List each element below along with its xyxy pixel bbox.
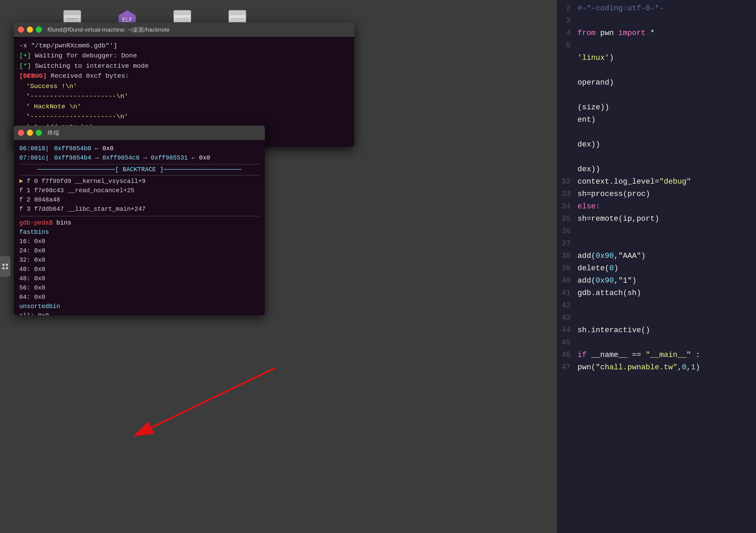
svg-rect-19: [6, 264, 8, 266]
terminal-title-lower: 终端: [47, 129, 59, 137]
code-line-47: 47 pwn("chall.pwnable.tw",0,1): [557, 362, 756, 375]
code-line-2: 2 #-*-coding:utf-8-*-: [557, 3, 756, 16]
term-line-8: '----------------------\n': [19, 112, 349, 122]
term-line-3: [*] Switching to interactive mode: [19, 61, 349, 71]
bins-56: 56: 0x0: [19, 283, 259, 293]
code-line-46: 46 if __name__ == "__main__" :: [557, 350, 756, 362]
svg-rect-21: [6, 267, 8, 269]
terminal-title-upper: f0und@f0und-virtual-machine: ~/桌面/hackno…: [47, 26, 170, 34]
code-line-44: 44 sh.interactive(): [557, 325, 756, 338]
bins-32: 32: 0x0: [19, 255, 259, 265]
desktop: core ELF hacknote: [0, 0, 756, 533]
code-line-partial7: [557, 127, 756, 140]
bt-frame-1: f 1 f7e98c43 __read_nocancel+25: [19, 186, 259, 195]
unsortedbin-header: unsortedbin: [19, 302, 259, 311]
code-line-partial4: [557, 90, 756, 102]
bins-24: 24: 0x0: [19, 246, 259, 255]
code-line-partial2: [557, 65, 756, 78]
bins-fastbins-header: fastbins: [19, 228, 259, 237]
bt-frame-0: ► f 0 f7f99fd9 __kernel_vsyscall+9: [19, 177, 259, 186]
svg-rect-8: [174, 10, 191, 15]
code-line-43: 43: [557, 313, 756, 325]
code-line-partial6: ent): [557, 115, 756, 127]
terminal-window-lower: 终端 06:0018| 0xff9854b0 ← 0x0 07:001c| 0x…: [14, 126, 265, 315]
term-line-7: ' HackNote \n': [19, 102, 349, 112]
minimize-button-upper[interactable]: [27, 26, 33, 33]
code-line-40: 40 add(0x90,"1"): [557, 276, 756, 288]
mem-reg-2: 07:001c| 0xff9854b4 → 0xff9854c8 → 0xff9…: [19, 153, 259, 163]
close-button-upper[interactable]: [18, 26, 24, 33]
code-line-41: 41 gdb.attach(sh): [557, 288, 756, 301]
maximize-button-lower[interactable]: [36, 130, 42, 136]
svg-text:ELF: ELF: [122, 17, 132, 23]
code-line-partial8: dex)): [557, 140, 756, 152]
svg-line-17: [136, 368, 275, 435]
term-line-4: [DEBUG] Received 0xcf bytes:: [19, 71, 349, 81]
close-button-lower[interactable]: [18, 130, 24, 136]
terminal-titlebar-lower: 终端: [14, 126, 265, 140]
bt-frame-3: f 3 f7ddb647 __libc_start_main+247: [19, 205, 259, 214]
peda-bins-cmd: gdb-peda$ bins: [19, 218, 259, 228]
code-line-42: 42: [557, 301, 756, 313]
code-panel: 2 #-*-coding:utf-8-*- 3 4 from pwn impor…: [557, 0, 756, 533]
svg-rect-20: [2, 267, 4, 269]
code-line-partial5: (size)): [557, 102, 756, 115]
code-line-36: 36: [557, 226, 756, 239]
term-line-5: 'Success !\n': [19, 81, 349, 91]
backtrace-bar: ─────────────────────[ BACKTRACE ]──────…: [19, 164, 259, 175]
code-line-partial10: dex)): [557, 164, 756, 177]
maximize-button-upper[interactable]: [36, 26, 42, 33]
code-line-33: 33 sh=process(proc): [557, 189, 756, 202]
minimize-button-lower[interactable]: [27, 130, 33, 136]
code-line-5: 5: [557, 41, 756, 53]
term-line-2: [+] Waiting for debugger: Done: [19, 51, 349, 61]
code-line-4: 4 from pwn import *: [557, 28, 756, 41]
bins-40: 40: 0x0: [19, 265, 259, 274]
unsortedbin-all: all: 0x0: [19, 311, 259, 315]
code-line-39: 39 delete(0): [557, 263, 756, 276]
code-line-37: 37: [557, 239, 756, 251]
code-line-32: 32 context.log_level="debug": [557, 177, 756, 189]
terminal-body-lower[interactable]: 06:0018| 0xff9854b0 ← 0x0 07:001c| 0xff9…: [14, 140, 265, 315]
bins-16: 16: 0x0: [19, 237, 259, 246]
svg-rect-18: [2, 264, 4, 266]
code-line-34: 34 else:: [557, 202, 756, 214]
separator: [19, 216, 259, 216]
svg-rect-13: [229, 10, 246, 15]
term-line-1: -x "/tmp/pwnRXcmm6.gdb"']: [19, 41, 349, 51]
bins-48: 48: 0x0: [19, 274, 259, 283]
bt-frame-2: f 2 8048a48: [19, 195, 259, 205]
code-line-partial1: 'linux'): [557, 53, 756, 65]
svg-rect-1: [64, 10, 81, 15]
code-line-3: 3: [557, 16, 756, 28]
code-line-partial3: operand): [557, 78, 756, 90]
grid-icon: [2, 263, 8, 270]
terminal-titlebar-upper: f0und@f0und-virtual-machine: ~/桌面/hackno…: [14, 22, 354, 37]
code-line-45: 45: [557, 338, 756, 350]
code-line-partial9: [557, 152, 756, 164]
taskbar-indicator[interactable]: [0, 256, 10, 277]
bins-64: 64: 0x0: [19, 293, 259, 302]
code-line-35: 35 sh=remote(ip,port): [557, 214, 756, 226]
code-line-38: 38 add(0x90,"AAA"): [557, 251, 756, 263]
term-line-6: '----------------------\n': [19, 91, 349, 101]
mem-reg-1: 06:0018| 0xff9854b0 ← 0x0: [19, 144, 259, 153]
